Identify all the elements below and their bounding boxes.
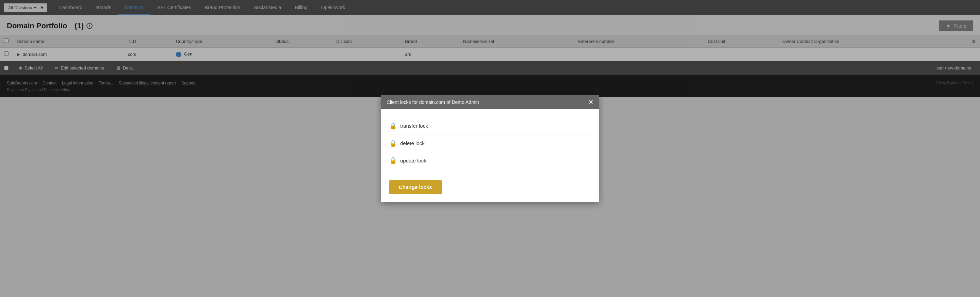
modal-header: Client locks for domain.com of Demo Admi… — [381, 95, 599, 97]
locks-modal: Client locks for domain.com of Demo Admi… — [381, 95, 599, 97]
modal-overlay: Client locks for domain.com of Demo Admi… — [0, 0, 980, 97]
